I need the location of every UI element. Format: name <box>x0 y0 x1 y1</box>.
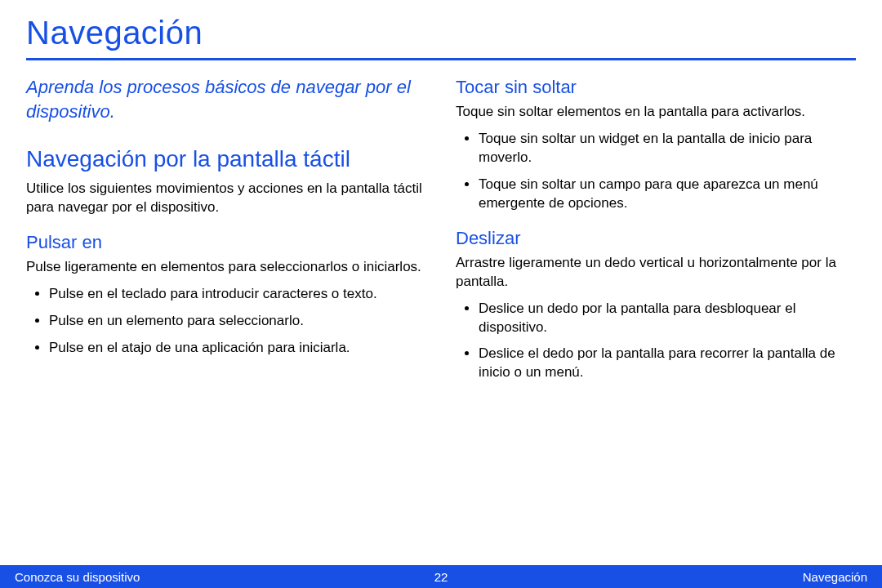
desc-pulsar: Pulse ligeramente en elementos para sele… <box>26 258 426 277</box>
page-footer: Conozca su dispositivo 22 Navegación <box>0 565 882 588</box>
intro-text: Aprenda los procesos básicos de navegar … <box>26 75 426 123</box>
list-deslizar: Deslice un dedo por la pantalla para des… <box>456 300 856 383</box>
subheading-pulsar: Pulsar en <box>26 232 426 253</box>
manual-page: Navegación Aprenda los procesos básicos … <box>0 0 882 588</box>
list-item: Deslice el dedo por la pantalla para rec… <box>479 345 856 382</box>
list-item: Pulse en un elemento para seleccionarlo. <box>49 312 426 331</box>
section-heading-touch: Navegación por la pantalla táctil <box>26 145 426 173</box>
desc-deslizar: Arrastre ligeramente un dedo vertical u … <box>456 254 856 292</box>
right-column: Tocar sin soltar Toque sin soltar elemen… <box>456 75 856 390</box>
list-tocar: Toque sin soltar un widget en la pantall… <box>456 130 856 213</box>
left-column: Aprenda los procesos básicos de navegar … <box>26 75 426 390</box>
subheading-deslizar: Deslizar <box>456 228 856 249</box>
content-columns: Aprenda los procesos básicos de navegar … <box>26 75 856 390</box>
page-title: Navegación <box>26 15 856 56</box>
desc-tocar: Toque sin soltar elementos en la pantall… <box>456 103 856 122</box>
section-desc-touch: Utilice los siguientes movimientos y acc… <box>26 180 426 217</box>
footer-left: Conozca su dispositivo <box>15 570 140 584</box>
list-item: Pulse en el atajo de una aplicación para… <box>49 339 426 358</box>
footer-page-number: 22 <box>434 570 448 584</box>
list-item: Deslice un dedo por la pantalla para des… <box>479 300 856 337</box>
list-item: Toque sin soltar un widget en la pantall… <box>479 130 856 167</box>
list-item: Toque sin soltar un campo para que apare… <box>479 176 856 213</box>
subheading-tocar: Tocar sin soltar <box>456 77 856 98</box>
title-rule <box>26 58 856 60</box>
footer-right: Navegación <box>803 570 867 584</box>
list-pulsar: Pulse en el teclado para introducir cara… <box>26 285 426 358</box>
list-item: Pulse en el teclado para introducir cara… <box>49 285 426 304</box>
